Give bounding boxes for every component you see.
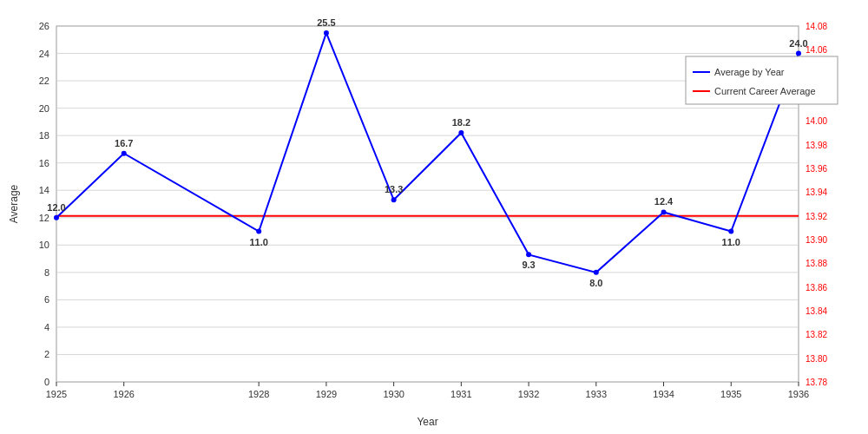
svg-text:2: 2 <box>44 349 49 359</box>
svg-text:13.82: 13.82 <box>806 330 827 339</box>
svg-text:6: 6 <box>44 294 49 305</box>
svg-text:1935: 1935 <box>720 389 741 399</box>
svg-text:1934: 1934 <box>653 389 674 399</box>
svg-text:24.0: 24.0 <box>789 38 807 49</box>
svg-text:10: 10 <box>39 240 49 250</box>
svg-text:12.0: 12.0 <box>47 202 65 213</box>
svg-text:13.96: 13.96 <box>806 164 827 174</box>
svg-text:13.86: 13.86 <box>806 283 827 293</box>
svg-text:14.00: 14.00 <box>806 116 827 126</box>
svg-text:4: 4 <box>44 322 49 332</box>
svg-text:0: 0 <box>44 377 49 387</box>
svg-point-77 <box>324 30 329 36</box>
svg-text:14.06: 14.06 <box>806 45 827 55</box>
svg-text:8.0: 8.0 <box>589 278 602 288</box>
svg-text:Average by Year: Average by Year <box>714 67 785 77</box>
svg-text:12: 12 <box>39 213 49 223</box>
svg-text:26: 26 <box>39 21 49 31</box>
svg-point-91 <box>796 51 801 56</box>
svg-text:20: 20 <box>39 103 49 114</box>
svg-text:13.88: 13.88 <box>806 259 827 268</box>
svg-point-87 <box>661 209 667 214</box>
svg-text:18: 18 <box>39 130 49 141</box>
svg-text:24: 24 <box>39 49 49 59</box>
svg-text:1931: 1931 <box>450 389 471 399</box>
svg-text:13.90: 13.90 <box>806 235 827 245</box>
svg-text:13.3: 13.3 <box>385 184 403 194</box>
svg-text:11.0: 11.0 <box>249 237 267 247</box>
svg-text:Year: Year <box>417 416 437 428</box>
svg-text:13.94: 13.94 <box>806 187 827 197</box>
svg-text:25.5: 25.5 <box>317 17 335 28</box>
chart-container: 02468101214161820222426Average1925192619… <box>0 0 868 434</box>
svg-point-85 <box>594 270 599 275</box>
main-chart: 02468101214161820222426Average1925192619… <box>0 0 868 434</box>
svg-text:18.2: 18.2 <box>452 117 470 128</box>
svg-text:8: 8 <box>44 267 49 278</box>
svg-text:1933: 1933 <box>586 389 607 399</box>
svg-text:1936: 1936 <box>788 389 809 399</box>
svg-text:16: 16 <box>39 158 49 168</box>
svg-text:14.08: 14.08 <box>806 22 827 31</box>
svg-point-83 <box>526 252 531 257</box>
svg-point-71 <box>54 215 59 220</box>
svg-point-79 <box>391 197 397 202</box>
svg-point-73 <box>122 151 127 156</box>
svg-point-75 <box>256 229 261 234</box>
svg-text:Average: Average <box>8 184 20 223</box>
svg-text:13.84: 13.84 <box>806 306 827 316</box>
svg-text:13.98: 13.98 <box>806 141 827 150</box>
svg-text:13.80: 13.80 <box>806 354 827 364</box>
svg-text:13.78: 13.78 <box>806 378 827 387</box>
svg-text:11.0: 11.0 <box>722 237 740 247</box>
svg-text:1932: 1932 <box>518 389 539 399</box>
svg-text:1926: 1926 <box>113 389 134 399</box>
svg-text:9.3: 9.3 <box>522 260 535 270</box>
svg-point-89 <box>728 229 733 234</box>
svg-point-81 <box>458 130 464 135</box>
svg-text:16.7: 16.7 <box>115 138 133 148</box>
svg-rect-93 <box>686 56 838 104</box>
svg-text:22: 22 <box>39 76 49 86</box>
svg-text:1928: 1928 <box>248 389 269 399</box>
svg-text:1930: 1930 <box>383 389 404 399</box>
svg-text:13.92: 13.92 <box>806 212 827 221</box>
svg-text:Current Career Average: Current Career Average <box>714 86 816 96</box>
svg-text:1929: 1929 <box>316 389 337 399</box>
svg-text:1925: 1925 <box>46 389 67 399</box>
svg-text:12.4: 12.4 <box>654 196 674 207</box>
svg-text:14: 14 <box>39 185 49 195</box>
